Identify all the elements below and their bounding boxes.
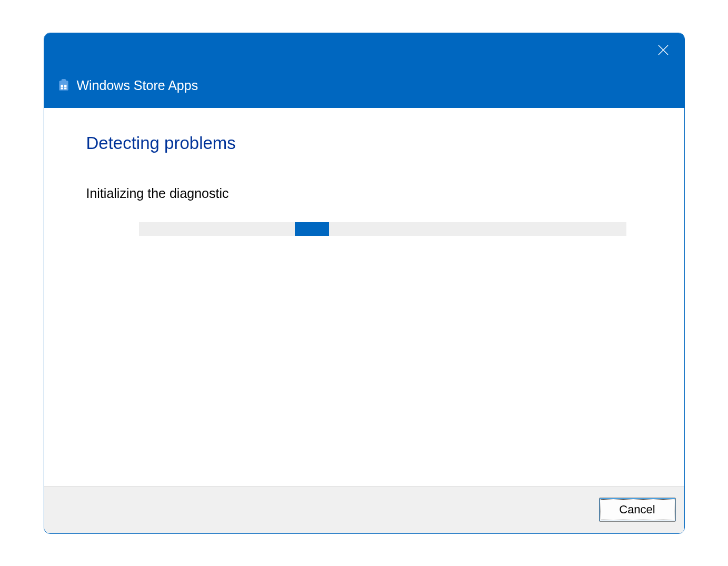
svg-rect-0 <box>59 83 68 91</box>
progress-bar <box>139 222 626 236</box>
titlebar: Windows Store Apps <box>44 33 684 108</box>
status-text: Initializing the diagnostic <box>86 186 642 201</box>
titlebar-content: Windows Store Apps <box>57 78 198 93</box>
page-heading: Detecting problems <box>86 133 642 153</box>
footer: Cancel <box>44 486 684 533</box>
close-icon <box>657 44 670 58</box>
content-area: Detecting problems Initializing the diag… <box>44 108 684 486</box>
close-button[interactable] <box>654 42 673 61</box>
cancel-button[interactable]: Cancel <box>599 498 676 522</box>
titlebar-title: Windows Store Apps <box>77 78 198 93</box>
progress-chunk <box>295 222 329 236</box>
svg-rect-2 <box>64 85 66 87</box>
svg-rect-4 <box>64 87 66 89</box>
svg-rect-1 <box>61 85 63 87</box>
windows-store-icon <box>57 78 71 92</box>
troubleshooter-dialog: Windows Store Apps Detecting problems In… <box>44 33 685 534</box>
svg-rect-3 <box>61 87 63 89</box>
